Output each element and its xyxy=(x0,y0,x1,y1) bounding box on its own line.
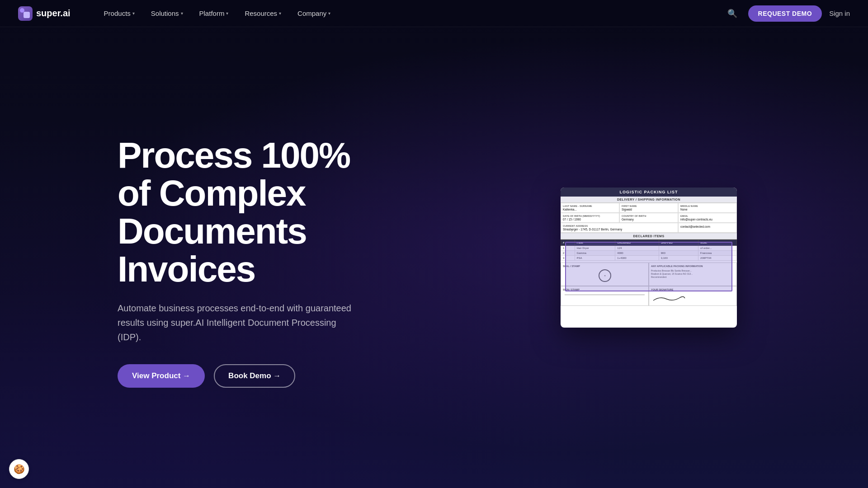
cookie-icon: 🍪 xyxy=(14,464,25,474)
sign-in-link[interactable]: Sign in xyxy=(829,9,850,17)
search-button[interactable]: 🔍 xyxy=(724,5,741,22)
hero-section: Process 100% of Complex Documents Invoic… xyxy=(0,0,868,488)
chevron-down-icon: ▾ xyxy=(132,11,135,16)
nav-logo[interactable]: super.ai xyxy=(18,6,71,21)
brand-name: super.ai xyxy=(36,8,71,19)
view-product-button[interactable]: View Product → xyxy=(118,364,205,388)
logo-icon xyxy=(18,6,33,21)
nav-item-resources[interactable]: Resources ▾ xyxy=(238,6,288,21)
chevron-down-icon: ▾ xyxy=(328,11,330,16)
doc-section1: DELIVERY / SHIPPING INFORMATION xyxy=(561,197,737,203)
hero-text: Process 100% of Complex Documents Invoic… xyxy=(118,136,353,388)
doc-title: LOGISTIC PACKING LIST xyxy=(561,188,737,197)
nav-item-company[interactable]: Company ▾ xyxy=(291,6,337,21)
chevron-down-icon: ▾ xyxy=(279,11,281,16)
doc-section2: DECLARED ITEMS xyxy=(561,233,737,239)
nav-item-platform[interactable]: Platform ▾ xyxy=(193,6,235,21)
cookie-button[interactable]: 🍪 xyxy=(9,459,29,479)
navbar: super.ai Products ▾ Solutions ▾ Platform… xyxy=(0,0,868,27)
nav-item-products[interactable]: Products ▾ xyxy=(98,6,141,21)
chevron-down-icon: ▾ xyxy=(181,11,183,16)
hero-buttons: View Product → Book Demo → xyxy=(118,364,353,388)
document-card: LOGISTIC PACKING LIST DELIVERY / SHIPPIN… xyxy=(561,188,737,328)
request-demo-button[interactable]: REQUEST DEMO xyxy=(748,5,822,22)
hero-subtitle: Automate business processes end-to-end w… xyxy=(118,301,353,344)
hero-content: Process 100% of Complex Documents Invoic… xyxy=(0,27,868,488)
document-preview: LOGISTIC PACKING LIST DELIVERY / SHIPPIN… xyxy=(561,188,750,337)
nav-links: Products ▾ Solutions ▾ Platform ▾ Resour… xyxy=(98,6,724,21)
document-highlight xyxy=(565,242,732,291)
chevron-down-icon: ▾ xyxy=(226,11,228,16)
book-demo-button[interactable]: Book Demo → xyxy=(214,364,295,388)
hero-title: Process 100% of Complex Documents Invoic… xyxy=(118,136,353,288)
search-icon: 🔍 xyxy=(727,9,737,18)
nav-item-solutions[interactable]: Solutions ▾ xyxy=(145,6,189,21)
nav-right: 🔍 REQUEST DEMO Sign in xyxy=(724,5,850,22)
